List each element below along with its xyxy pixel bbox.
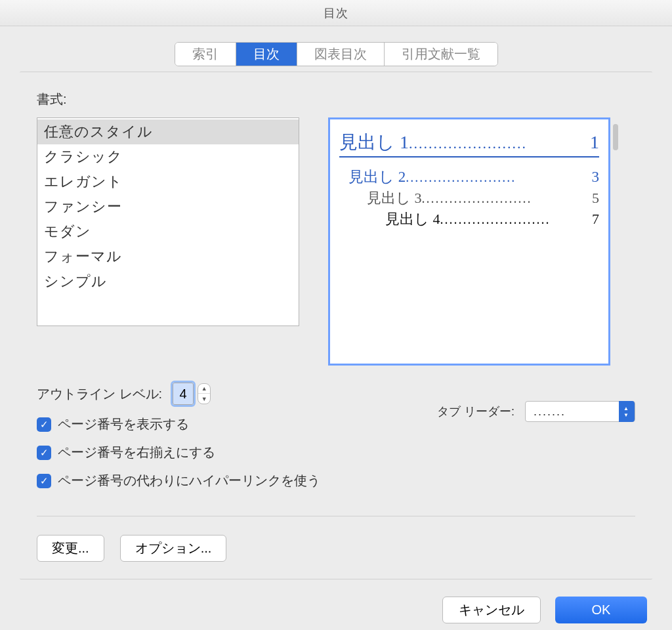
format-item-modern[interactable]: モダン: [37, 219, 299, 244]
format-label: 書式:: [37, 91, 635, 108]
format-list[interactable]: 任意のスタイル クラシック エレガント ファンシー モダン フォーマル シンプル: [37, 117, 299, 326]
window-titlebar: 目次: [0, 0, 672, 26]
toc-panel: 書式: 任意のスタイル クラシック エレガント ファンシー モダン フォーマル …: [20, 72, 652, 579]
checkbox-hyperlink-label: ページ番号の代わりにハイパーリンクを使う: [58, 472, 320, 490]
format-item-formal[interactable]: フォーマル: [37, 244, 299, 269]
tab-leader-label: タブ リーダー:: [437, 404, 514, 419]
ok-button[interactable]: OK: [555, 597, 647, 623]
tab-toc[interactable]: 目次: [236, 43, 297, 66]
format-item-fancy[interactable]: ファンシー: [37, 194, 299, 219]
stepper-up-icon[interactable]: ▲: [198, 384, 210, 394]
tab-index[interactable]: 索引: [175, 43, 236, 66]
preview-line-3: 見出し 3 ........................ 5: [367, 188, 599, 208]
format-item-elegant[interactable]: エレガント: [37, 169, 299, 194]
cancel-button[interactable]: キャンセル: [442, 597, 541, 623]
checkbox-right-align-label: ページ番号を右揃えにする: [58, 444, 215, 461]
format-item-custom[interactable]: 任意のスタイル: [37, 119, 299, 144]
format-item-simple[interactable]: シンプル: [37, 269, 299, 294]
outline-level-label: アウトライン レベル:: [37, 385, 162, 403]
tab-figure-toc[interactable]: 図表目次: [297, 43, 385, 66]
tab-bar: 索引 目次 図表目次 引用文献一覧: [175, 42, 498, 66]
preview-line-4: 見出し 4 ........................ 7: [385, 209, 599, 229]
options-button[interactable]: オプション...: [120, 535, 227, 562]
divider: [37, 516, 635, 516]
stepper-down-icon[interactable]: ▼: [198, 394, 210, 404]
modify-button[interactable]: 変更...: [37, 535, 104, 562]
tab-leader-value: .......: [534, 405, 566, 419]
checkbox-right-align[interactable]: ✓: [37, 446, 51, 460]
checkbox-show-pages-label: ページ番号を表示する: [58, 415, 189, 433]
preview-line-1: 見出し 1 ........................ 1: [339, 130, 599, 158]
window-title: 目次: [324, 5, 348, 21]
outline-level-input[interactable]: [173, 383, 194, 405]
preview-scrollbar[interactable]: [613, 124, 618, 150]
outline-level-stepper[interactable]: ▲ ▼: [198, 383, 211, 404]
preview-line-2: 見出し 2 ........................ 3: [348, 167, 599, 187]
tab-bibliography[interactable]: 引用文献一覧: [385, 43, 497, 66]
format-item-classic[interactable]: クラシック: [37, 144, 299, 169]
select-arrows-icon[interactable]: ▲▼: [619, 401, 635, 422]
checkbox-show-pages[interactable]: ✓: [37, 417, 51, 432]
preview-pane: 見出し 1 ........................ 1 見出し 2 .…: [328, 117, 610, 366]
tab-leader-select[interactable]: ....... ▲▼: [525, 401, 635, 422]
checkbox-hyperlink[interactable]: ✓: [37, 474, 51, 488]
